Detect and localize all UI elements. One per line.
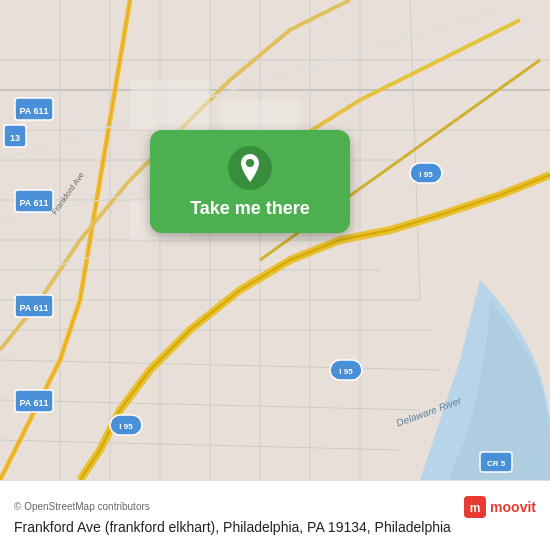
svg-point-46: [246, 159, 254, 167]
info-bar: © OpenStreetMap contributors m moovit Fr…: [0, 480, 550, 550]
svg-text:PA 611: PA 611: [19, 398, 48, 408]
osm-attribution: © OpenStreetMap contributors: [14, 501, 150, 512]
attribution-row: © OpenStreetMap contributors m moovit: [14, 496, 536, 518]
svg-text:I 95: I 95: [339, 367, 353, 376]
svg-text:I 95: I 95: [119, 422, 133, 431]
moovit-logo: m moovit: [464, 496, 536, 518]
svg-text:13: 13: [10, 133, 20, 143]
take-me-there-button[interactable]: Take me there: [150, 130, 350, 233]
svg-text:CR 5: CR 5: [487, 459, 506, 468]
svg-text:PA 611: PA 611: [19, 198, 48, 208]
location-pin-icon: [228, 146, 272, 190]
svg-text:I 95: I 95: [419, 170, 433, 179]
svg-text:PA 611: PA 611: [19, 303, 48, 313]
map-container: PA 611 PA 611 PA 611 PA 611 13 I 95 I 95…: [0, 0, 550, 480]
svg-rect-22: [130, 80, 210, 130]
map-svg: PA 611 PA 611 PA 611 PA 611 13 I 95 I 95…: [0, 0, 550, 480]
address-line: Frankford Ave (frankford elkhart), Phila…: [14, 518, 536, 538]
take-me-there-label: Take me there: [190, 198, 310, 219]
moovit-icon: m: [464, 496, 486, 518]
svg-text:m: m: [470, 501, 481, 515]
moovit-text: moovit: [490, 499, 536, 515]
svg-text:PA 611: PA 611: [19, 106, 48, 116]
